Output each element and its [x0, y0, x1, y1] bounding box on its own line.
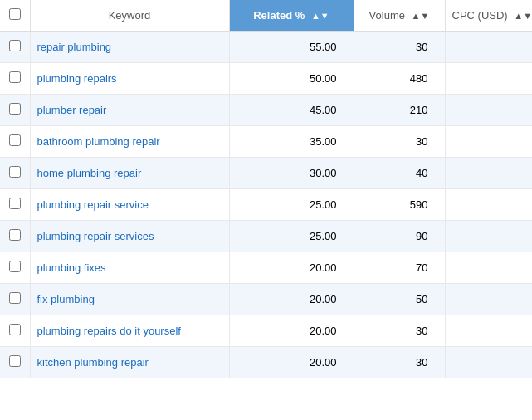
keyword-link[interactable]: home plumbing repair — [37, 167, 142, 179]
keyword-link[interactable]: repair plumbing — [37, 41, 112, 53]
keyword-cell: plumbing repairs do it yourself — [30, 315, 229, 347]
table-row: bathroom plumbing repair35.0030 — [0, 126, 532, 158]
cpc-cell — [445, 315, 532, 347]
keyword-cell: plumbing repair service — [30, 189, 229, 221]
related-column-label: Related % — [253, 9, 305, 22]
row-checkbox[interactable] — [9, 71, 21, 83]
volume-cell: 590 — [354, 189, 445, 221]
row-checkbox[interactable] — [9, 355, 21, 367]
table-body: repair plumbing55.0030plumbing repairs50… — [0, 32, 532, 378]
keyword-link[interactable]: plumbing repair services — [37, 230, 154, 242]
row-checkbox[interactable] — [9, 166, 21, 178]
table-row: plumbing repair services25.0090 — [0, 221, 532, 252]
table-row: plumbing fixes20.0070 — [0, 252, 532, 284]
volume-column-header[interactable]: Volume ▲▼ — [354, 0, 445, 32]
volume-cell: 30 — [354, 126, 445, 158]
cpc-cell — [445, 32, 532, 63]
keyword-cell: repair plumbing — [30, 32, 229, 63]
row-checkbox-cell[interactable] — [0, 284, 30, 315]
volume-cell: 30 — [354, 32, 445, 63]
cpc-cell — [445, 63, 532, 95]
table-row: plumbing repair service25.00590 — [0, 189, 532, 221]
keyword-cell: bathroom plumbing repair — [30, 126, 229, 158]
table-header-row: Keyword Related % ▲▼ Volume ▲▼ CPC (USD)… — [0, 0, 532, 32]
related-cell: 25.00 — [229, 221, 354, 252]
volume-cell: 210 — [354, 95, 445, 126]
row-checkbox[interactable] — [9, 292, 21, 304]
row-checkbox-cell[interactable] — [0, 63, 30, 95]
table-row: plumbing repairs do it yourself20.0030 — [0, 315, 532, 347]
row-checkbox-cell[interactable] — [0, 158, 30, 189]
keyword-cell: plumbing repair services — [30, 221, 229, 252]
row-checkbox-cell[interactable] — [0, 126, 30, 158]
cpc-cell — [445, 126, 532, 158]
volume-cell: 90 — [354, 221, 445, 252]
cpc-column-header[interactable]: CPC (USD) ▲▼ — [445, 0, 532, 32]
table-row: fix plumbing20.0050 — [0, 284, 532, 315]
row-checkbox-cell[interactable] — [0, 221, 30, 252]
keyword-cell: plumbing repairs — [30, 63, 229, 95]
related-cell: 45.00 — [229, 95, 354, 126]
row-checkbox-cell[interactable] — [0, 95, 30, 126]
row-checkbox-cell[interactable] — [0, 315, 30, 347]
row-checkbox-cell[interactable] — [0, 252, 30, 284]
keyword-table: Keyword Related % ▲▼ Volume ▲▼ CPC (USD)… — [0, 0, 532, 378]
keyword-cell: kitchen plumbing repair — [30, 347, 229, 378]
row-checkbox[interactable] — [9, 324, 21, 335]
volume-cell: 30 — [354, 315, 445, 347]
cpc-column-label: CPC (USD) — [452, 9, 508, 22]
volume-cell: 70 — [354, 252, 445, 284]
keyword-link[interactable]: bathroom plumbing repair — [37, 135, 160, 148]
cpc-sort-icon: ▲▼ — [514, 11, 532, 21]
row-checkbox[interactable] — [9, 40, 21, 51]
related-cell: 25.00 — [229, 189, 354, 221]
row-checkbox[interactable] — [9, 198, 21, 209]
keyword-column-label: Keyword — [109, 9, 151, 22]
volume-sort-icon: ▲▼ — [412, 11, 430, 21]
keyword-link[interactable]: plumbing repairs — [37, 72, 117, 85]
keyword-cell: plumber repair — [30, 95, 229, 126]
table-row: repair plumbing55.0030 — [0, 32, 532, 63]
cpc-cell — [445, 347, 532, 378]
row-checkbox[interactable] — [9, 103, 21, 115]
select-all-header[interactable] — [0, 0, 30, 32]
row-checkbox-cell[interactable] — [0, 32, 30, 63]
keyword-link[interactable]: plumbing repairs do it yourself — [37, 325, 181, 337]
related-cell: 20.00 — [229, 315, 354, 347]
row-checkbox[interactable] — [9, 229, 21, 241]
related-cell: 20.00 — [229, 284, 354, 315]
keyword-column-header[interactable]: Keyword — [30, 0, 229, 32]
related-cell: 30.00 — [229, 158, 354, 189]
table-row: plumbing repairs50.00480 — [0, 63, 532, 95]
cpc-cell — [445, 158, 532, 189]
keyword-cell: fix plumbing — [30, 284, 229, 315]
related-column-header[interactable]: Related % ▲▼ — [229, 0, 354, 32]
keyword-cell: plumbing fixes — [30, 252, 229, 284]
keyword-table-container: Keyword Related % ▲▼ Volume ▲▼ CPC (USD)… — [0, 0, 532, 378]
related-cell: 20.00 — [229, 347, 354, 378]
volume-cell: 40 — [354, 158, 445, 189]
keyword-link[interactable]: plumbing repair service — [37, 198, 149, 211]
volume-cell: 30 — [354, 347, 445, 378]
row-checkbox-cell[interactable] — [0, 347, 30, 378]
row-checkbox-cell[interactable] — [0, 189, 30, 221]
keyword-link[interactable]: fix plumbing — [37, 293, 95, 305]
keyword-link[interactable]: plumber repair — [37, 104, 107, 116]
related-cell: 55.00 — [229, 32, 354, 63]
related-cell: 35.00 — [229, 126, 354, 158]
table-row: home plumbing repair30.0040 — [0, 158, 532, 189]
cpc-cell — [445, 221, 532, 252]
related-sort-icon: ▲▼ — [311, 11, 329, 21]
volume-column-label: Volume — [369, 9, 405, 22]
related-cell: 20.00 — [229, 252, 354, 284]
select-all-checkbox[interactable] — [9, 8, 21, 20]
volume-cell: 50 — [354, 284, 445, 315]
cpc-cell — [445, 95, 532, 126]
keyword-link[interactable]: plumbing fixes — [37, 261, 106, 274]
row-checkbox[interactable] — [9, 134, 21, 146]
table-row: kitchen plumbing repair20.0030 — [0, 347, 532, 378]
row-checkbox[interactable] — [9, 261, 21, 272]
keyword-link[interactable]: kitchen plumbing repair — [37, 356, 149, 369]
volume-cell: 480 — [354, 63, 445, 95]
cpc-cell — [445, 189, 532, 221]
